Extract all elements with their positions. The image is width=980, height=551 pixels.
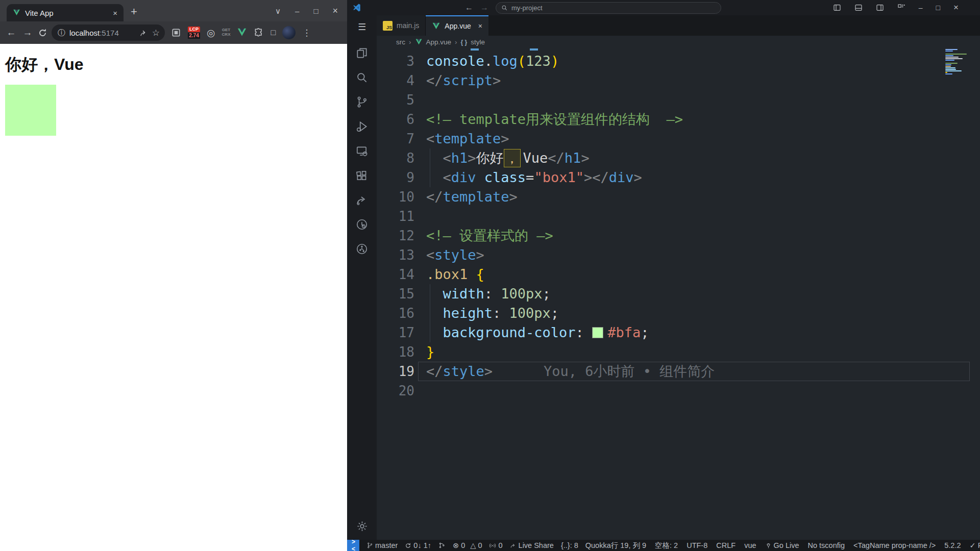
line-number: 19 xyxy=(377,362,414,381)
status-encoding[interactable]: UTF-8 xyxy=(687,541,707,549)
forward-icon[interactable]: → xyxy=(21,27,34,38)
tab-app-vue[interactable]: App.vue × xyxy=(426,15,488,36)
status-eol[interactable]: CRLF xyxy=(716,541,736,549)
code-line-7[interactable]: 7<template> xyxy=(377,129,980,148)
status-git-graph[interactable] xyxy=(438,542,446,549)
target-extension-icon[interactable]: ◎ xyxy=(207,27,215,39)
line-number: 10 xyxy=(377,187,414,207)
code-line-13[interactable]: 13<style> xyxy=(377,245,980,265)
command-center-search[interactable]: my-project xyxy=(496,2,721,14)
git-graph-icon[interactable] xyxy=(347,237,377,261)
symbol-braces-icon: { } xyxy=(461,39,468,46)
status-prettier[interactable]: ✓ Prettier xyxy=(970,541,980,549)
status-language-mode[interactable]: vue xyxy=(744,541,756,549)
status-go-live[interactable]: Go Live xyxy=(765,541,799,549)
code-editor[interactable]: 23console.log(123)4</script>56<!— templa… xyxy=(377,48,980,540)
code-line-12[interactable]: 12<!— 设置样式的 —> xyxy=(377,226,980,245)
site-info-icon[interactable]: ⓘ xyxy=(58,28,65,38)
get-crx-extension-icon[interactable]: GET CRX xyxy=(222,28,231,37)
code-line-14[interactable]: 14.box1 { xyxy=(377,265,980,284)
status-brackets-count[interactable]: {..}: 8 xyxy=(561,541,578,549)
status-tsconfig[interactable]: No tsconfig xyxy=(808,541,845,549)
toggle-panel-icon[interactable] xyxy=(854,4,863,12)
browser-menu-dots-icon[interactable]: ⋮ xyxy=(302,28,311,38)
search-sidebar-icon[interactable] xyxy=(347,65,377,90)
line-number: 15 xyxy=(377,284,414,304)
code-line-16[interactable]: 16 height: 100px; xyxy=(377,304,980,323)
code-line-6[interactable]: 6<!— template用来设置组件的结构 —> xyxy=(377,110,980,129)
line-number: 9 xyxy=(377,168,414,187)
editor-forward-icon[interactable]: → xyxy=(480,3,488,12)
editor-back-icon[interactable]: ← xyxy=(465,3,473,12)
tab-main-js[interactable]: JS main.js xyxy=(377,15,426,36)
menu-burger-icon[interactable]: ☰ xyxy=(358,21,366,33)
source-control-icon[interactable] xyxy=(347,90,377,114)
remote-explorer-icon[interactable] xyxy=(347,139,377,163)
code-line-11[interactable]: 11 xyxy=(377,207,980,226)
code-line-18[interactable]: 18} xyxy=(377,342,980,362)
vue-devtools-icon[interactable] xyxy=(237,28,247,37)
code-line-19[interactable]: 19</style>You, 6小时前 • 组件简介 xyxy=(377,362,980,381)
status-indentation[interactable]: 空格: 2 xyxy=(655,541,678,550)
side-panel-icon[interactable]: □ xyxy=(271,28,276,37)
status-cursor-position[interactable]: 行 19, 列 9 xyxy=(611,541,646,550)
share-icon[interactable] xyxy=(139,29,148,37)
editor-tab-bar: JS main.js App.vue × xyxy=(377,15,980,36)
code-line-9[interactable]: 9 <div class="box1"></div> xyxy=(377,168,980,187)
toggle-sidebar-icon[interactable] xyxy=(833,4,841,12)
remote-indicator[interactable]: >< xyxy=(347,540,359,551)
reload-icon[interactable] xyxy=(38,28,47,38)
browser-minimize-button[interactable]: – xyxy=(295,7,299,15)
code-line-17[interactable]: 17 background-color: #bfa; xyxy=(377,323,980,342)
vue-file-icon xyxy=(432,22,440,30)
new-tab-button[interactable]: + xyxy=(131,5,137,18)
status-branch[interactable]: master xyxy=(366,541,398,549)
status-sync[interactable]: 0↓ 1↑ xyxy=(405,541,431,549)
code-line-4[interactable]: 4</script> xyxy=(377,71,980,90)
code-line-10[interactable]: 10</template> xyxy=(377,187,980,207)
status-version[interactable]: 5.2.2 xyxy=(944,541,961,549)
vscode-maximize-button[interactable]: □ xyxy=(936,4,940,12)
status-problems[interactable]: ⊗0 △0 xyxy=(453,541,482,549)
browser-close-button[interactable]: × xyxy=(332,6,338,16)
code-lines: 23console.log(123)4</script>56<!— templa… xyxy=(377,48,980,400)
live-share-icon[interactable] xyxy=(347,188,377,212)
settings-gear-icon[interactable] xyxy=(356,520,369,533)
address-bar[interactable]: ⓘ localhost:5174 ☆ xyxy=(52,24,165,41)
extension-square-icon[interactable] xyxy=(171,28,181,38)
breadcrumb-file[interactable]: App.vue xyxy=(426,38,452,46)
browser-tab-vite-app[interactable]: Vite App × xyxy=(7,4,124,21)
vscode-minimize-button[interactable]: – xyxy=(919,4,923,12)
code-line-5[interactable]: 5 xyxy=(377,90,980,110)
tab-app-vue-close-icon[interactable]: × xyxy=(478,22,482,30)
tab-close-icon[interactable]: × xyxy=(113,9,117,17)
back-icon[interactable]: ← xyxy=(5,27,17,38)
browser-profile-chevron-icon[interactable]: ∨ xyxy=(275,7,281,16)
gitlens-icon[interactable] xyxy=(347,212,377,237)
run-debug-icon[interactable] xyxy=(347,114,377,139)
web-vitals-lcp-icon[interactable]: LCP 2.74 xyxy=(188,27,200,39)
customize-layout-icon[interactable] xyxy=(897,4,905,12)
status-live-share[interactable]: Live Share xyxy=(510,541,554,549)
explorer-icon[interactable] xyxy=(347,41,377,65)
toggle-secondary-sidebar-icon[interactable] xyxy=(876,4,884,12)
line-number: 6 xyxy=(377,110,414,129)
code-line-15[interactable]: 15 width: 100px; xyxy=(377,284,980,304)
extensions-puzzle-icon[interactable] xyxy=(254,28,264,38)
code-line-20[interactable]: 20 xyxy=(377,381,980,400)
breadcrumb-src[interactable]: src xyxy=(396,38,405,46)
code-line-3[interactable]: 3console.log(123) xyxy=(377,52,980,71)
extensions-icon[interactable] xyxy=(347,163,377,188)
status-quokka[interactable]: Quokka xyxy=(585,541,611,549)
browser-profile-avatar[interactable] xyxy=(282,26,296,39)
status-tagname-hint[interactable]: <TagName prop-name /> xyxy=(853,541,936,549)
browser-toolbar: ← → ⓘ localhost:5174 ☆ xyxy=(0,21,347,44)
browser-maximize-button[interactable]: □ xyxy=(313,7,318,15)
status-ports[interactable]: 0 xyxy=(489,541,502,549)
bookmark-star-icon[interactable]: ☆ xyxy=(152,28,160,38)
minimap[interactable] xyxy=(945,48,973,77)
code-line-8[interactable]: 8 <h1>你好，Vue</h1> xyxy=(377,148,980,168)
activity-bar: ☰ xyxy=(347,15,377,540)
vscode-close-button[interactable]: × xyxy=(953,3,959,13)
breadcrumb-symbol[interactable]: style xyxy=(471,38,485,46)
